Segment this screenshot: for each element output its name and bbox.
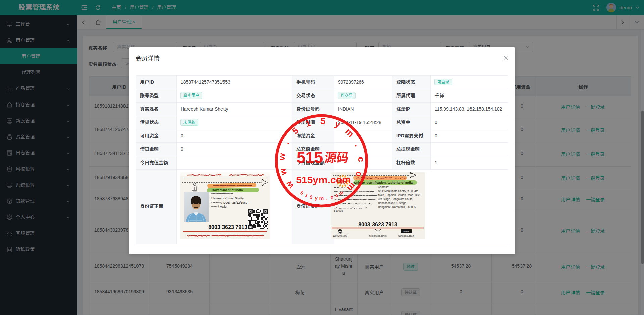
svg-text:/ Male: / Male	[218, 205, 227, 208]
svg-text:Address:: Address:	[378, 185, 389, 189]
svg-text:8003 3623 7913: 8003 3623 7913	[208, 224, 247, 230]
svg-text:1800 300 1947: 1800 300 1947	[333, 235, 347, 237]
svg-text:m: m	[319, 196, 324, 201]
svg-text:5: 5	[309, 194, 313, 200]
svg-text:1947: 1947	[338, 232, 343, 234]
svg-text:5: 5	[300, 190, 305, 196]
svg-text:/ DOB : 25/12/1969: / DOB : 25/12/1969	[221, 201, 247, 204]
svg-text:w: w	[277, 167, 289, 176]
svg-text:Bangalore, Karnataka, 560085: Bangalore, Karnataka, 560085	[378, 205, 416, 209]
svg-text:m: m	[338, 190, 344, 196]
svg-text:w: w	[277, 152, 287, 161]
svg-text:Main, Papaiah Garden Road, BSK: Main, Papaiah Garden Road, BSK	[378, 193, 421, 197]
svg-text:c: c	[330, 194, 334, 200]
svg-text:8003 3623 7913: 8003 3623 7913	[358, 222, 397, 227]
svg-text:.: .	[281, 139, 291, 146]
svg-text:www.uidai.gov.in: www.uidai.gov.in	[398, 235, 414, 237]
svg-text:515ym.com: 515ym.com	[296, 174, 351, 185]
svg-text:5: 5	[320, 116, 326, 126]
svg-text:o: o	[334, 192, 339, 198]
svg-text:c: c	[356, 157, 366, 162]
svg-text:源码: 源码	[324, 148, 350, 165]
svg-text:Hareesh Kumar Shetty: Hareesh Kumar Shetty	[211, 196, 244, 200]
svg-text:1: 1	[304, 192, 309, 198]
svg-text:help@uidai.gov.in: help@uidai.gov.in	[369, 235, 387, 237]
svg-text:515: 515	[297, 148, 323, 166]
svg-text:.: .	[353, 142, 363, 148]
svg-text:Government of India: Government of India	[212, 188, 243, 192]
svg-text:y: y	[333, 119, 342, 130]
svg-text:5: 5	[290, 125, 301, 136]
svg-text:.: .	[326, 195, 328, 201]
svg-text:1: 1	[304, 118, 312, 129]
svg-text:S/O: Manjunath Shetty, # 38, 4: S/O: Manjunath Shetty, # 38, 4th	[378, 189, 418, 193]
svg-text:3rd Stage, Bangalore South,: 3rd Stage, Bangalore South,	[378, 197, 413, 201]
svg-text:o: o	[353, 170, 365, 178]
svg-text:y: y	[315, 195, 318, 201]
svg-text:www: www	[403, 230, 409, 233]
svg-text:Banashankari III Stage,: Banashankari III Stage,	[378, 201, 407, 205]
